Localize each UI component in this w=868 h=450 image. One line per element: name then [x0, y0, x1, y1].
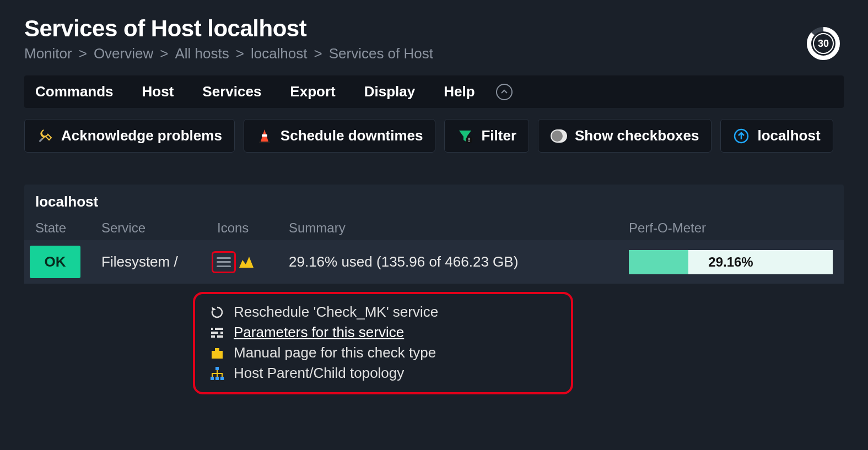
state-badge: OK — [30, 246, 80, 278]
tools-icon — [37, 128, 53, 144]
svg-rect-18 — [215, 367, 219, 370]
table-row: OK Filesystem / 29.16% used (135.96 of 4… — [24, 240, 844, 284]
service-summary: 29.16% used (135.96 of 466.23 GB) — [283, 253, 629, 270]
button-label: Show checkboxes — [575, 127, 699, 144]
breadcrumb-item[interactable]: Overview — [94, 45, 153, 62]
toggle-icon — [551, 128, 567, 144]
chevron-up-icon — [500, 88, 508, 96]
menubar: Commands Host Services Export Display He… — [24, 75, 844, 108]
schedule-downtimes-button[interactable]: Schedule downtimes — [244, 119, 436, 153]
ctx-reschedule[interactable]: Reschedule 'Check_MK' service — [209, 302, 557, 322]
ctx-label: Parameters for this service — [234, 324, 404, 341]
manual-icon — [209, 345, 225, 361]
breadcrumb-sep: > — [160, 45, 168, 62]
breadcrumb: Monitor > Overview > All hosts > localho… — [24, 45, 844, 62]
col-perf[interactable]: Perf-O-Meter — [629, 220, 833, 236]
breadcrumb-sep: > — [314, 45, 322, 62]
topology-icon — [209, 366, 225, 381]
col-summary[interactable]: Summary — [289, 220, 629, 236]
context-menu: Reschedule 'Check_MK' service Parameters… — [193, 292, 573, 394]
breadcrumb-sep: > — [79, 45, 87, 62]
svg-rect-15 — [213, 327, 215, 330]
show-checkboxes-toggle[interactable]: Show checkboxes — [538, 119, 711, 153]
arrow-up-circle-icon — [733, 128, 750, 144]
menu-collapse-toggle[interactable] — [496, 84, 513, 100]
svg-rect-19 — [211, 377, 214, 380]
menu-services[interactable]: Services — [200, 83, 261, 100]
toolbar: Acknowledge problems Schedule downtimes … — [24, 119, 844, 153]
ctx-topology[interactable]: Host Parent/Child topology — [209, 363, 557, 383]
breadcrumb-item[interactable]: localhost — [251, 45, 308, 62]
ctx-label: Reschedule 'Check_MK' service — [234, 303, 438, 321]
svg-rect-17 — [215, 335, 217, 338]
menu-commands[interactable]: Commands — [24, 83, 114, 100]
filter-button[interactable]: ! Filter — [444, 119, 529, 153]
menu-host[interactable]: Host — [140, 83, 174, 100]
menu-help[interactable]: Help — [441, 83, 475, 100]
ctx-parameters[interactable]: Parameters for this service — [209, 322, 557, 343]
svg-rect-13 — [211, 332, 223, 334]
action-menu-icon[interactable] — [212, 251, 236, 273]
menu-display[interactable]: Display — [362, 83, 416, 100]
svg-rect-5 — [259, 142, 270, 143]
svg-text:!: ! — [468, 137, 471, 143]
col-state[interactable]: State — [35, 220, 101, 236]
svg-rect-16 — [218, 331, 220, 334]
svg-rect-20 — [215, 377, 219, 380]
panel-hostname: localhost — [24, 185, 844, 216]
svg-rect-3 — [39, 138, 43, 142]
ctx-label: Host Parent/Child topology — [234, 365, 404, 382]
button-label: Filter — [481, 127, 516, 144]
perf-label: 29.16% — [708, 254, 753, 270]
button-label: Acknowledge problems — [61, 127, 222, 144]
graph-icon[interactable] — [238, 253, 255, 271]
reload-icon — [209, 305, 225, 320]
params-icon — [209, 325, 225, 340]
perf-fill — [629, 250, 688, 274]
service-name[interactable]: Filesystem / — [96, 253, 212, 270]
refresh-countdown[interactable]: 30 — [806, 26, 840, 61]
col-service[interactable]: Service — [101, 220, 217, 236]
refresh-seconds: 30 — [806, 26, 840, 61]
acknowledge-problems-button[interactable]: Acknowledge problems — [24, 119, 235, 153]
breadcrumb-sep: > — [236, 45, 244, 62]
button-label: localhost — [757, 127, 820, 144]
svg-rect-4 — [262, 134, 267, 137]
ctx-manual-page[interactable]: Manual page for this check type — [209, 343, 557, 363]
button-label: Schedule downtimes — [281, 127, 423, 144]
col-icons[interactable]: Icons — [217, 220, 289, 236]
cone-icon — [256, 128, 273, 144]
services-panel: localhost State Service Icons Summary Pe… — [24, 185, 844, 284]
funnel-icon: ! — [457, 128, 473, 144]
page-title: Services of Host localhost — [24, 15, 844, 42]
breadcrumb-item[interactable]: Monitor — [24, 45, 72, 62]
menu-export[interactable]: Export — [288, 83, 335, 100]
ctx-label: Manual page for this check type — [234, 344, 436, 361]
perf-o-meter[interactable]: 29.16% — [629, 250, 833, 274]
host-link-button[interactable]: localhost — [720, 119, 833, 153]
table-header-row: State Service Icons Summary Perf-O-Meter — [24, 216, 844, 240]
svg-rect-21 — [220, 377, 224, 380]
breadcrumb-item[interactable]: Services of Host — [329, 45, 433, 62]
breadcrumb-item[interactable]: All hosts — [175, 45, 229, 62]
